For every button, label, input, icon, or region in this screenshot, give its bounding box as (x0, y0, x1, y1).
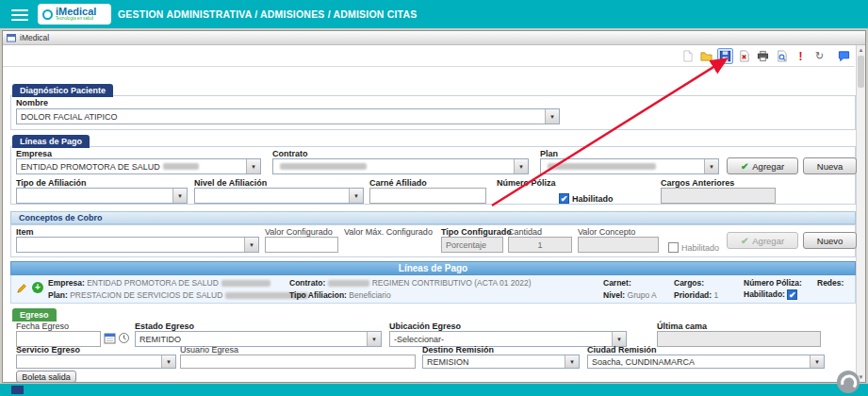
row-prioridad-value: 1 (714, 290, 719, 300)
row-contrato: Contrato: REGIMEN CONTRIBUTIVO (ACTA 01 … (289, 278, 532, 288)
section-egreso: Egreso (12, 308, 57, 322)
refresh-icon[interactable]: ↻ (811, 48, 827, 64)
tabla-lineas-title: Líneas de Pago (399, 263, 467, 273)
chevron-down-icon: ▼ (810, 355, 824, 368)
row-habilitado-checkbox[interactable]: ✔ (787, 289, 797, 300)
plan-select[interactable]: ▼ (540, 158, 719, 174)
clock-icon[interactable] (118, 332, 130, 344)
row-prioridad: Prioridad: 1 (674, 290, 718, 300)
row-nivel-label: Nivel: (603, 290, 625, 300)
item-label: Item (16, 227, 34, 237)
cantidad-label: Cantidad (508, 227, 542, 237)
conceptos-habilitado-field: Habilitado (668, 239, 719, 256)
nivel-afiliacion-select[interactable]: ▼ (194, 188, 364, 204)
destino-remision-select[interactable]: REMISION ▼ (422, 355, 580, 369)
nombre-select-value: DOLOR FACIAL ATIPICO (21, 112, 118, 122)
contrato-label: Contrato (272, 149, 308, 158)
row-plan-label: Plan: (48, 290, 68, 300)
app-logo[interactable]: iMedical Tecnología en salud (38, 4, 111, 25)
redacted-text (280, 163, 367, 170)
nombre-select[interactable]: DOLOR FACIAL ATIPICO ▼ (16, 108, 560, 124)
contrato-select[interactable]: ▼ (272, 158, 529, 174)
row-cargos-label: Cargos: (674, 278, 704, 288)
help-logo-button[interactable] (836, 370, 860, 394)
nombre-label: Nombre (16, 98, 48, 107)
cargos-anteriores-input[interactable] (661, 188, 776, 204)
alert-icon[interactable]: ! (793, 48, 809, 64)
scroll-up-icon[interactable]: ▲ (857, 45, 865, 55)
nueva-button-label: Nueva (817, 161, 843, 172)
app-footer (0, 384, 868, 396)
carne-afiliado-input[interactable] (369, 188, 486, 204)
usuario-egresa-input[interactable] (180, 355, 416, 369)
cantidad-input[interactable]: 1 (508, 237, 572, 253)
chat-icon[interactable] (836, 48, 852, 64)
conceptos-nuevo-button[interactable]: Nuevo (803, 232, 857, 249)
chevron-down-icon: ▼ (514, 159, 528, 173)
servicio-egreso-select[interactable]: ▼ (16, 355, 176, 369)
window-titlebar: iMedical (3, 31, 865, 45)
habilitado-field: ✔Habilitado (559, 190, 614, 206)
tipo-afiliacion-select[interactable]: ▼ (16, 188, 188, 204)
row-habilitado: Habilitado: ✔ (744, 289, 797, 300)
row-numero-poliza: Número Póliza: (744, 278, 802, 288)
redacted-text (221, 280, 270, 287)
check-icon: ✔ (741, 236, 748, 246)
ubicacion-egreso-label: Ubicación Egreso (389, 322, 461, 331)
conceptos-title: Conceptos de Cobro (19, 213, 103, 223)
chevron-down-icon: ▼ (565, 355, 579, 368)
row-contrato-value: REGIMEN CONTRIBUTIVO (ACTA 01 2022) (372, 278, 532, 288)
redacted-text (548, 163, 656, 170)
ciudad-remision-value: Soacha, CUNDINAMARCA (592, 357, 695, 367)
empresa-label: Empresa (16, 149, 52, 158)
section-diagnostico-paciente: Diagnóstico Paciente (12, 84, 113, 97)
scrollbar-thumb[interactable] (858, 56, 864, 88)
tabla-lineas-header: Líneas de Pago (10, 261, 856, 275)
conceptos-nuevo-label: Nuevo (817, 236, 843, 246)
boleta-salida-button[interactable]: Boleta salida (16, 371, 76, 383)
calendar-icon[interactable] (104, 332, 116, 344)
empresa-select[interactable]: ENTIDAD PROMOTORA DE SALUD ▼ (16, 158, 261, 174)
estado-egreso-select[interactable]: REMITIDO ▼ (135, 331, 382, 347)
item-select[interactable]: ▼ (16, 237, 259, 253)
chevron-down-icon: ▼ (349, 189, 363, 203)
servicio-egreso-label: Servicio Egreso (16, 345, 80, 355)
new-document-icon[interactable] (680, 48, 696, 64)
conceptos-habilitado-checkbox[interactable] (668, 242, 679, 253)
habilitado-checkbox[interactable]: ✔ (559, 193, 569, 204)
menu-icon[interactable] (11, 7, 28, 21)
tipo-configurado-value: Porcentaje (446, 240, 486, 250)
section-conceptos-de-cobro: Conceptos de Cobro (10, 211, 856, 224)
app-header: iMedical Tecnología en salud GESTION ADM… (0, 0, 868, 28)
nueva-button[interactable]: Nueva (803, 157, 857, 174)
row-prioridad-label: Prioridad: (674, 290, 712, 300)
row-tipo-afiliacion-value: Beneficiario (349, 290, 390, 300)
destino-remision-value: REMISION (427, 357, 469, 367)
row-redes: Redes: (817, 278, 843, 288)
valor-concepto-input[interactable] (578, 237, 659, 253)
agregar-button[interactable]: ✔ Agregar (727, 157, 798, 174)
delete-document-icon[interactable] (736, 48, 752, 64)
valor-configurado-input[interactable] (265, 237, 338, 253)
vertical-scrollbar[interactable]: ▲ ▼ (856, 45, 865, 382)
section-lineas-de-pago: Líneas de Pago (12, 135, 90, 148)
preview-icon[interactable] (774, 48, 790, 64)
save-icon[interactable] (717, 48, 733, 64)
ciudad-remision-select[interactable]: Soacha, CUNDINAMARCA ▼ (587, 355, 825, 369)
print-icon[interactable] (755, 48, 771, 64)
add-row-icon[interactable]: + (32, 282, 43, 293)
chevron-down-icon: ▼ (172, 189, 187, 203)
conceptos-agregar-button[interactable]: ✔ Agregar (727, 232, 798, 249)
edit-row-icon[interactable] (16, 282, 28, 294)
tipo-configurado-input[interactable]: Porcentaje (441, 237, 503, 253)
row-nivel-value: Grupo A (628, 290, 657, 300)
row-numero-poliza-label: Número Póliza: (744, 278, 802, 288)
usuario-egresa-label: Usuario Egresa (180, 345, 238, 355)
window-content: ! ↻ ▲ ▼ Diagnóstico Paciente Nombre DOLO… (3, 45, 865, 382)
ultima-cama-input[interactable] (657, 331, 821, 347)
folder-icon[interactable] (698, 48, 714, 64)
tipo-afiliacion-label: Tipo de Afiliación (16, 178, 87, 188)
valor-max-configurado-label: Valor Máx. Configurado (344, 227, 433, 237)
app-window: iMedical (2, 30, 866, 383)
row-empresa-value: ENTIDAD PROMOTORA DE SALUD (87, 278, 219, 288)
